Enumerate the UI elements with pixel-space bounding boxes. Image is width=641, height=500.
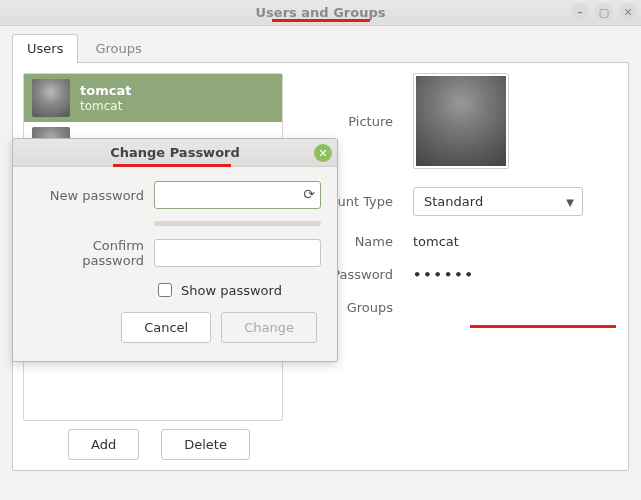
show-password-toggle[interactable]: Show password (154, 280, 282, 300)
confirm-password-input[interactable] (154, 239, 321, 267)
annotation-underline-dialog-title (113, 164, 231, 167)
name-value[interactable]: tomcat (413, 234, 459, 249)
dialog-title: Change Password (110, 145, 240, 160)
maximize-button[interactable]: ▢ (595, 3, 613, 21)
account-type-select[interactable]: Standard ▼ (413, 187, 583, 216)
chevron-down-icon: ▼ (566, 196, 574, 207)
refresh-icon[interactable]: ⟳ (303, 186, 315, 202)
password-strength-bar (154, 221, 321, 226)
picture-frame[interactable] (413, 73, 509, 169)
user-name: tomcat (80, 83, 131, 99)
titlebar: Users and Groups – ▢ ✕ (0, 0, 641, 26)
tab-groups[interactable]: Groups (80, 34, 156, 62)
user-sub: tomcat (80, 99, 131, 113)
close-button[interactable]: ✕ (619, 3, 637, 21)
window-title: Users and Groups (256, 5, 386, 20)
new-password-input[interactable] (154, 181, 321, 209)
change-password-dialog: Change Password ✕ New password ⟳ Confirm… (12, 138, 338, 362)
new-password-label: New password (29, 188, 144, 203)
password-value[interactable]: •••••• (413, 267, 475, 282)
avatar-icon (32, 79, 70, 117)
picture-label: Picture (303, 114, 393, 129)
delete-button[interactable]: Delete (161, 429, 250, 460)
avatar-icon (416, 76, 506, 166)
details-panel: Picture Account Type Standard ▼ Name tom… (303, 73, 618, 460)
minimize-button[interactable]: – (571, 3, 589, 21)
annotation-underline-password (470, 325, 616, 328)
add-button[interactable]: Add (68, 429, 139, 460)
close-icon[interactable]: ✕ (314, 144, 332, 162)
show-password-label: Show password (181, 283, 282, 298)
list-item[interactable]: tomcat tomcat (24, 74, 282, 122)
cancel-button[interactable]: Cancel (121, 312, 211, 343)
tab-users[interactable]: Users (12, 34, 78, 62)
confirm-password-label: Confirm password (29, 238, 144, 268)
annotation-underline-title (272, 19, 370, 22)
change-button[interactable]: Change (221, 312, 317, 343)
account-type-value: Standard (424, 194, 483, 209)
tabs: Users Groups (12, 34, 629, 62)
show-password-checkbox[interactable] (158, 283, 172, 297)
